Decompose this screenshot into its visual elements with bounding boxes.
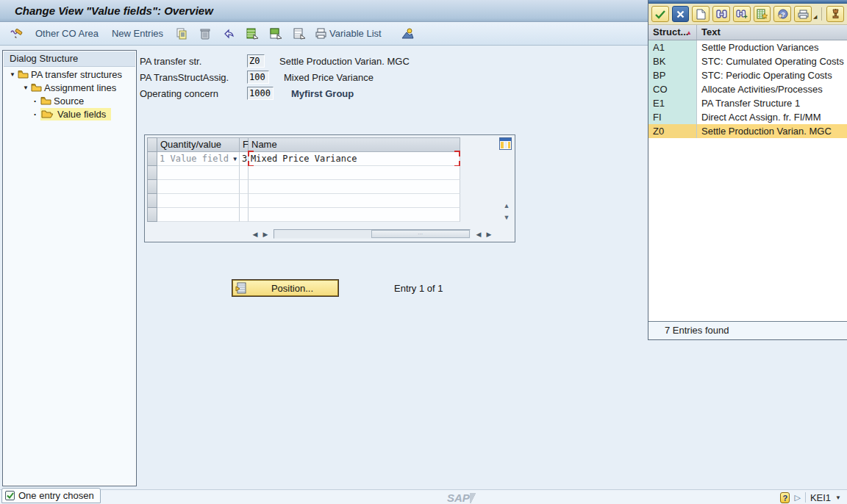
personal-value-list-icon[interactable] — [826, 6, 844, 22]
print-icon — [315, 28, 327, 39]
row-selector[interactable] — [147, 180, 157, 194]
table-row-empty — [147, 208, 460, 222]
position-button[interactable]: Position... — [232, 280, 338, 296]
status-right-area: ? ▷ KEI1 ▼ — [780, 490, 841, 504]
form-row-operating-concern: Operating concern 1000 Myfirst Group — [140, 87, 354, 100]
quantity-value-dropdown[interactable]: 1 Value field ▼ — [157, 152, 240, 166]
pa-transstructassig-label: PA TransStructAssig. — [140, 72, 247, 83]
tree-item-value-fields[interactable]: · Value fields — [3, 107, 136, 120]
help-icon[interactable]: ? — [773, 6, 791, 22]
performance-help-icon[interactable]: ? — [780, 492, 790, 503]
horizontal-scrollbar: ◀ ▶ ⋯ ◀ ▶ — [147, 228, 498, 240]
scrollbar-thumb[interactable]: ⋯ — [371, 230, 470, 238]
popup-status: 7 Entries found — [648, 321, 847, 339]
scroll-left-icon[interactable]: ◀ — [250, 231, 260, 238]
tree-bullet: · — [32, 96, 38, 107]
select-all-rows-cell[interactable] — [147, 137, 157, 152]
focus-bracket — [454, 151, 460, 156]
value-help-popup: ? ◢ Struct... ▲ Text A1 Settle Productio… — [648, 0, 847, 340]
tree-bullet: · — [32, 109, 38, 120]
open-folder-icon — [41, 109, 53, 118]
insert-in-personal-list-icon[interactable] — [754, 6, 771, 22]
operating-concern-field[interactable]: 1000 — [247, 87, 274, 100]
other-co-area-button[interactable]: Other CO Area — [32, 26, 101, 40]
success-check-icon — [5, 491, 15, 500]
popup-column-text[interactable]: Text — [697, 25, 847, 40]
table-row-empty — [147, 166, 460, 180]
row-selector[interactable] — [147, 208, 157, 222]
continue-check-icon[interactable] — [651, 6, 669, 22]
expand-icon[interactable]: ▷ — [794, 493, 800, 503]
pa-transstructassig-desc: Mixed Price Variance — [284, 72, 374, 83]
variable-list-button[interactable]: Variable List — [315, 28, 382, 39]
system-id: KEI1 — [810, 492, 831, 503]
form-row-pa-transfer-str: PA transfer str. Z0 Settle Production Va… — [140, 54, 410, 68]
scrollbar-track[interactable]: ⋯ — [274, 229, 471, 239]
tree-item-source[interactable]: · Source — [3, 94, 136, 107]
operating-concern-desc: Myfirst Group — [291, 88, 354, 99]
dialog-structure-header: Dialog Structure — [4, 51, 135, 67]
undo-icon[interactable] — [221, 26, 237, 42]
table-header-row: Quantity/value F Name — [147, 137, 460, 152]
focus-bracket — [248, 151, 254, 156]
select-all-icon[interactable] — [244, 26, 260, 42]
pa-transstructassig-field[interactable]: 100 — [247, 71, 269, 84]
column-header-quantity-value[interactable]: Quantity/value — [157, 137, 240, 152]
scroll-down-icon[interactable]: ▼ — [502, 213, 511, 222]
scroll-up-icon[interactable]: ▲ — [502, 201, 511, 210]
status-divider — [805, 492, 806, 503]
print-dropdown-icon[interactable]: ◢ — [813, 14, 817, 20]
deselect-all-icon[interactable] — [291, 26, 307, 42]
popup-row-selected[interactable]: Z0 Settle Production Varian. MGC — [648, 124, 847, 138]
tree-item-assignment-lines[interactable]: ▼ Assignment lines — [3, 81, 136, 94]
delete-trash-icon[interactable] — [197, 26, 213, 42]
sort-ascending-icon[interactable]: ▲ — [686, 26, 692, 40]
pa-transfer-str-field[interactable]: Z0 — [247, 54, 265, 68]
copy-icon[interactable] — [174, 26, 190, 42]
row-selector[interactable] — [147, 166, 157, 180]
popup-row[interactable]: CO Allocate Activities/Processes — [648, 82, 847, 96]
value-fields-table: Quantity/value F Name 1 Value field ▼ 3 … — [144, 134, 515, 242]
table-row-empty — [147, 180, 460, 194]
select-block-icon[interactable] — [268, 26, 284, 42]
popup-column-struct[interactable]: Struct... ▲ — [648, 25, 697, 40]
find-icon[interactable] — [712, 6, 730, 22]
popup-row[interactable]: A1 Settle Production Variances — [648, 40, 847, 54]
popup-row[interactable]: E1 PA Transfer Structure 1 — [648, 96, 847, 110]
sap-logo: SAP — [447, 492, 477, 504]
table-row-empty — [147, 194, 460, 208]
folder-icon — [31, 83, 42, 92]
scroll-right-icon[interactable]: ▶ — [484, 231, 494, 238]
new-entries-button[interactable]: New Entries — [109, 26, 166, 40]
popup-row[interactable]: BK STC: Cumulated Operating Costs — [648, 54, 847, 68]
column-header-name[interactable]: Name — [249, 137, 460, 152]
table-config-icon[interactable] — [499, 137, 512, 150]
status-bar: One entry chosen SAP ? ▷ KEI1 ▼ — [0, 489, 847, 504]
table-row: 1 Value field ▼ 3 Mixed Price Variance — [147, 152, 460, 166]
print-icon[interactable] — [794, 6, 812, 22]
edit-pencil-icon[interactable] — [9, 26, 25, 42]
row-selector[interactable] — [147, 194, 157, 208]
pa-transfer-str-desc: Settle Production Varian. MGC — [279, 56, 410, 67]
chevron-down-icon[interactable]: ▼ — [22, 84, 29, 91]
chevron-down-icon[interactable]: ▼ — [233, 156, 237, 162]
popup-row[interactable]: BP STC: Periodic Operating Costs — [648, 68, 847, 82]
cancel-icon[interactable] — [672, 6, 690, 22]
row-selector[interactable] — [147, 152, 157, 166]
user-icon[interactable] — [399, 26, 415, 42]
scroll-right-icon[interactable]: ▶ — [260, 231, 271, 238]
scroll-left-icon[interactable]: ◀ — [473, 231, 484, 238]
chevron-down-icon[interactable]: ▼ — [9, 71, 16, 78]
operating-concern-label: Operating concern — [140, 88, 247, 99]
popup-row[interactable]: FI Direct Acct Assign. fr. FI/MM — [648, 110, 847, 124]
position-icon — [235, 282, 247, 294]
tree-item-pa-transfer-structures[interactable]: ▼ PA transfer structures — [3, 68, 136, 81]
name-cell-focused[interactable]: Mixed Price Variance — [249, 152, 460, 166]
new-document-icon[interactable] — [692, 6, 710, 22]
column-header-f[interactable]: F — [240, 137, 249, 152]
find-next-icon[interactable] — [733, 6, 751, 22]
folder-icon — [40, 96, 51, 105]
popup-table-header: Struct... ▲ Text — [648, 25, 847, 40]
chevron-down-icon[interactable]: ▼ — [835, 494, 841, 501]
form-row-pa-transstructassig: PA TransStructAssig. 100 Mixed Price Var… — [140, 71, 374, 84]
